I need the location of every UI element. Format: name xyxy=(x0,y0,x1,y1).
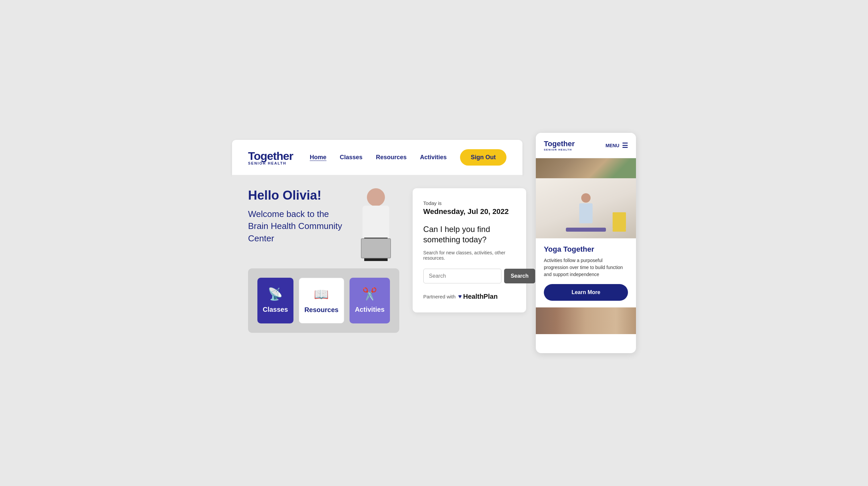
logo-text: Together xyxy=(248,150,293,163)
yoga-person-figure xyxy=(579,193,593,223)
welcome-text: Welcome back to the Brain Health Communi… xyxy=(248,208,346,244)
desktop-panel: Together SENIOR HEALTH Home Classes Reso… xyxy=(232,140,523,346)
hero-section: Hello Olivia! Welcome back to the Brain … xyxy=(232,175,523,346)
search-widget: Today is Wednesday, Jul 20, 2022 Can I h… xyxy=(413,188,526,313)
hands-image xyxy=(536,307,636,334)
yoga-title: Yoga Together xyxy=(544,245,628,254)
mobile-bottom-image xyxy=(536,307,636,334)
mobile-menu-button[interactable]: MENU ☰ xyxy=(606,141,628,150)
hamburger-icon: ☰ xyxy=(622,141,628,150)
resources-icon: 📖 xyxy=(314,287,329,301)
card-resources[interactable]: 📖 Resources xyxy=(299,278,344,323)
mobile-panel: Together SENIOR HEALTH MENU ☰ xyxy=(536,133,636,353)
nav-home[interactable]: Home xyxy=(310,154,327,161)
partner-label: Partnered with xyxy=(423,294,456,299)
nav-resources[interactable]: Resources xyxy=(376,154,407,161)
card-activities-label: Activities xyxy=(355,306,384,314)
card-activities[interactable]: ✂️ Activities xyxy=(349,278,390,323)
main-nav: Home Classes Resources Activities Sign O… xyxy=(310,149,506,166)
desktop-header: Together SENIOR HEALTH Home Classes Reso… xyxy=(232,140,523,175)
card-resources-label: Resources xyxy=(305,306,339,314)
person-figure xyxy=(352,188,399,262)
card-classes[interactable]: 📡 Classes xyxy=(257,278,293,323)
card-classes-label: Classes xyxy=(263,306,288,314)
hero-text: Hello Olivia! Welcome back to the Brain … xyxy=(248,188,346,255)
yoga-info-section: Yoga Together Activities follow a purpos… xyxy=(536,238,636,307)
nav-classes[interactable]: Classes xyxy=(340,154,363,161)
mobile-top-image xyxy=(536,158,636,178)
person-body xyxy=(363,205,389,239)
today-label: Today is xyxy=(423,200,516,206)
yoga-mat xyxy=(566,228,606,232)
chair-decoration xyxy=(613,213,626,232)
hero-left: Hello Olivia! Welcome back to the Brain … xyxy=(248,188,399,333)
yoga-person-head xyxy=(581,193,591,203)
mobile-logo-sub: SENIOR HEALTH xyxy=(544,148,575,151)
search-button[interactable]: Search xyxy=(504,269,535,283)
yoga-image xyxy=(536,178,636,238)
chair-back xyxy=(613,212,626,229)
sign-out-button[interactable]: Sign Out xyxy=(460,149,506,166)
mobile-logo: Together SENIOR HEALTH xyxy=(544,139,575,151)
learn-more-button[interactable]: Learn More xyxy=(544,284,628,301)
mobile-header: Together SENIOR HEALTH MENU ☰ xyxy=(536,133,636,158)
yoga-person-body xyxy=(579,203,593,223)
laptop-image xyxy=(361,238,391,258)
classes-icon: 📡 xyxy=(268,287,283,301)
search-desc: Search for new classes, activities, othe… xyxy=(423,250,516,261)
person-head xyxy=(367,188,385,206)
help-text: Can I help you find something today? xyxy=(423,224,516,245)
cards-area: 📡 Classes 📖 Resources ✂️ Activities xyxy=(248,268,399,333)
hero-top: Hello Olivia! Welcome back to the Brain … xyxy=(248,188,399,262)
mobile-logo-text: Together xyxy=(544,139,575,148)
yoga-description: Activities follow a purposeful progressi… xyxy=(544,257,628,278)
search-input[interactable] xyxy=(423,269,501,283)
mobile-content: Yoga Together Activities follow a purpos… xyxy=(536,158,636,353)
health-plan-name: HealthPlan xyxy=(463,293,497,300)
nav-activities[interactable]: Activities xyxy=(420,154,447,161)
menu-label: MENU xyxy=(606,143,619,148)
greeting: Hello Olivia! xyxy=(248,188,346,203)
logo: Together SENIOR HEALTH xyxy=(248,150,293,165)
logo-sub: SENIOR HEALTH xyxy=(248,161,293,165)
activities-icon: ✂️ xyxy=(362,287,377,301)
chair-seat xyxy=(613,229,626,232)
heart-icon: ♥ xyxy=(458,293,462,300)
partner-row: Partnered with ♥ HealthPlan xyxy=(423,293,516,300)
search-row: Search xyxy=(423,269,516,283)
health-logo: ♥ HealthPlan xyxy=(458,293,498,300)
today-date: Wednesday, Jul 20, 2022 xyxy=(423,207,516,216)
